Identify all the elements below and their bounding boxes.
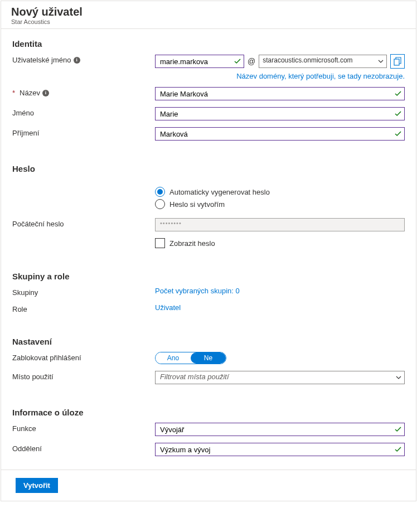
row-firstname: Jméno xyxy=(12,107,405,120)
roles-link[interactable]: Uživatel xyxy=(155,303,181,312)
row-username: Uživatelské jméno i @ staracoustics.onmi… xyxy=(12,54,405,80)
row-name: * Název i xyxy=(12,87,405,100)
row-function: Funkce xyxy=(12,423,405,436)
username-input[interactable] xyxy=(155,55,244,68)
firstname-input[interactable] xyxy=(155,107,405,120)
toggle-no: Ne xyxy=(191,352,226,364)
label-function: Funkce xyxy=(12,423,155,433)
row-block-signin: Zablokovat přihlášení Ano Ne xyxy=(12,352,405,364)
lastname-input[interactable] xyxy=(155,127,405,141)
radio-manual[interactable]: Heslo si vytvořím xyxy=(155,199,405,209)
radio-label: Heslo si vytvořím xyxy=(169,200,225,209)
svg-rect-0 xyxy=(394,59,399,65)
radio-icon xyxy=(155,199,165,209)
checkbox-icon xyxy=(155,238,165,248)
row-password-options: Automaticky vygenerovat heslo Heslo si v… xyxy=(12,187,405,211)
row-usage-location: Místo použití Filtrovat místa použití xyxy=(12,371,405,384)
block-signin-toggle[interactable]: Ano Ne xyxy=(155,352,226,364)
domain-hint-link[interactable]: Název domény, který potřebuji, se tady n… xyxy=(155,72,405,80)
copy-button[interactable] xyxy=(390,54,405,69)
radio-icon xyxy=(155,187,165,197)
at-symbol: @ xyxy=(248,57,255,66)
copy-icon xyxy=(394,57,401,66)
label-roles: Role xyxy=(12,303,155,313)
domain-select[interactable]: staracoustics.onmicrosoft.com xyxy=(259,55,387,68)
new-user-panel: Nový uživatel Star Acoustics Identita Už… xyxy=(1,1,416,501)
initial-password-input: •••••••• xyxy=(155,218,405,231)
panel-footer: Vytvořit xyxy=(1,470,416,501)
checkbox-label: Zobrazit heslo xyxy=(169,239,215,248)
section-password-title: Heslo xyxy=(12,164,405,173)
groups-link[interactable]: Počet vybraných skupin: 0 xyxy=(155,287,240,295)
form-body: Identita Uživatelské jméno i @ staracou xyxy=(1,29,416,456)
info-icon[interactable]: i xyxy=(42,90,49,96)
label-usage-location: Místo použití xyxy=(12,371,155,381)
label-lastname: Příjmení xyxy=(12,127,155,137)
radio-label: Automaticky vygenerovat heslo xyxy=(169,188,270,196)
label-username: Uživatelské jméno i xyxy=(12,54,155,64)
function-input[interactable] xyxy=(155,423,405,436)
panel-header: Nový uživatel Star Acoustics xyxy=(1,1,416,29)
show-password-checkbox[interactable]: Zobrazit heslo xyxy=(155,238,405,248)
department-input[interactable] xyxy=(155,443,405,456)
section-job-title: Informace o úloze xyxy=(12,408,405,417)
row-lastname: Příjmení xyxy=(12,127,405,141)
row-department: Oddělení xyxy=(12,443,405,456)
required-marker: * xyxy=(12,89,15,97)
usage-location-select[interactable]: Filtrovat místa použití xyxy=(155,371,405,384)
section-groups-title: Skupiny a role xyxy=(12,272,405,281)
create-button[interactable]: Vytvořit xyxy=(16,478,58,493)
label-firstname: Jméno xyxy=(12,107,155,117)
section-settings-title: Nastavení xyxy=(12,337,405,346)
label-department: Oddělení xyxy=(12,443,155,453)
label-groups: Skupiny xyxy=(12,287,155,297)
tenant-subtitle: Star Acoustics xyxy=(11,18,406,25)
radio-auto-generate[interactable]: Automaticky vygenerovat heslo xyxy=(155,187,405,197)
section-identity-title: Identita xyxy=(12,39,405,49)
label-name: * Název i xyxy=(12,87,155,97)
row-roles: Role Uživatel xyxy=(12,303,405,313)
label-initial-password: Počáteční heslo xyxy=(12,218,155,228)
row-initial-password: Počáteční heslo •••••••• Zobrazit heslo xyxy=(12,218,405,248)
info-icon[interactable]: i xyxy=(74,57,80,64)
label-block-signin: Zablokovat přihlášení xyxy=(12,352,155,362)
row-groups: Skupiny Počet vybraných skupin: 0 xyxy=(12,287,405,297)
name-input[interactable] xyxy=(155,87,405,100)
page-title: Nový uživatel xyxy=(11,6,406,18)
toggle-yes: Ano xyxy=(156,352,191,364)
